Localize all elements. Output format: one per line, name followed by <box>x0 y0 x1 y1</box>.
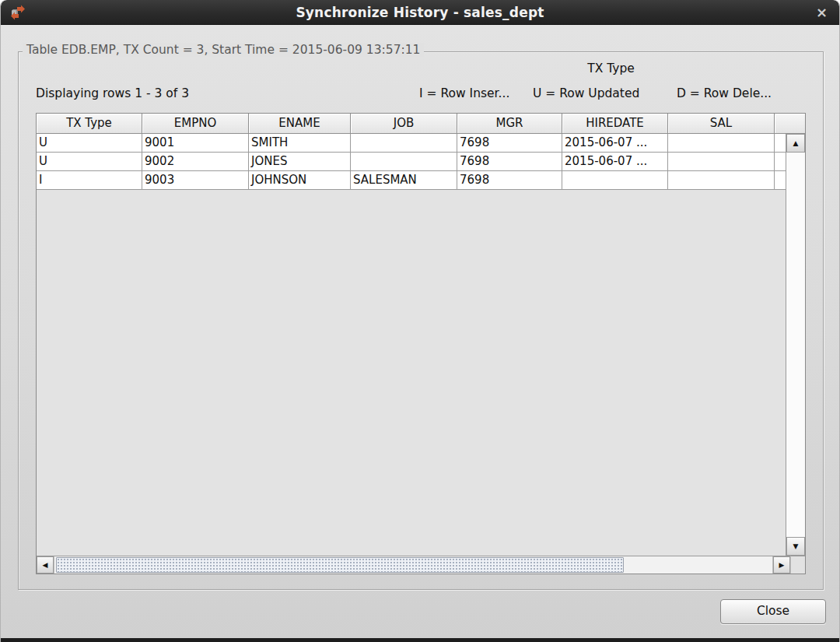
scroll-right-button[interactable]: ▶ <box>773 556 790 574</box>
column-header-sal[interactable]: SAL <box>668 114 775 134</box>
titlebar[interactable]: Synchronize History - sales_dept × <box>1 0 839 25</box>
close-icon[interactable]: × <box>816 4 828 21</box>
cell-tx-type[interactable]: U <box>37 134 142 153</box>
cell-job[interactable] <box>351 153 457 171</box>
column-header-empno[interactable]: EMPNO <box>142 114 249 134</box>
scroll-up-button[interactable]: ▲ <box>786 134 805 153</box>
table-header-row: TX Type EMPNO ENAME JOB MGR HIREDATE SAL <box>37 114 805 134</box>
cell-ename[interactable]: JONES <box>249 153 351 171</box>
cell-ename[interactable]: SMITH <box>249 134 351 153</box>
cell-filler <box>775 171 786 190</box>
triangle-right-icon: ▶ <box>779 562 785 569</box>
sync-history-groupbox: Table EDB.EMP, TX Count = 3, Start Time … <box>18 51 824 590</box>
cell-sal[interactable] <box>668 171 775 190</box>
cell-hiredate[interactable]: 2015-06-07 ... <box>562 134 668 153</box>
table-body: U 9001 SMITH 7698 2015-06-07 ... U 9002 … <box>37 134 786 556</box>
dialog-window: Synchronize History - sales_dept × Table… <box>0 0 840 642</box>
vertical-scroll-track[interactable] <box>786 153 805 537</box>
cell-tx-type[interactable]: U <box>37 153 142 171</box>
cell-filler <box>775 153 786 171</box>
row-count-status: Displaying rows 1 - 3 of 3 <box>36 86 189 100</box>
cell-sal[interactable] <box>668 153 775 171</box>
history-table: TX Type EMPNO ENAME JOB MGR HIREDATE SAL… <box>36 113 806 574</box>
scrollbar-corner <box>790 556 805 574</box>
column-header-job[interactable]: JOB <box>351 114 457 134</box>
table-row[interactable]: U 9002 JONES 7698 2015-06-07 ... <box>37 153 786 171</box>
cell-mgr[interactable]: 7698 <box>457 171 562 190</box>
table-row[interactable]: I 9003 JOHNSON SALESMAN 7698 <box>37 171 786 190</box>
groupbox-title: Table EDB.EMP, TX Count = 3, Start Time … <box>23 43 424 57</box>
scroll-down-button[interactable]: ▼ <box>786 537 805 556</box>
cell-tx-type[interactable]: I <box>37 171 142 190</box>
legend-delete: D = Row Dele... <box>677 86 772 100</box>
triangle-left-icon: ◀ <box>43 562 48 569</box>
window-title: Synchronize History - sales_dept <box>1 5 839 20</box>
cell-ename[interactable]: JOHNSON <box>249 171 351 190</box>
column-header-filler <box>775 114 805 134</box>
cell-sal[interactable] <box>668 134 775 153</box>
cell-empno[interactable]: 9003 <box>142 171 249 190</box>
cell-hiredate[interactable] <box>562 171 668 190</box>
column-header-tx-type[interactable]: TX Type <box>37 114 142 134</box>
horizontal-scrollbar[interactable]: ◀ ▶ <box>37 556 790 574</box>
cell-mgr[interactable]: 7698 <box>457 134 562 153</box>
table-row[interactable]: U 9001 SMITH 7698 2015-06-07 ... <box>37 134 786 153</box>
triangle-up-icon: ▲ <box>793 140 799 147</box>
tx-type-legend-header: TX Type <box>562 61 660 75</box>
horizontal-scroll-thumb[interactable] <box>56 557 624 573</box>
cell-mgr[interactable]: 7698 <box>457 153 562 171</box>
scroll-left-button[interactable]: ◀ <box>37 556 54 574</box>
dialog-body: Table EDB.EMP, TX Count = 3, Start Time … <box>1 25 839 638</box>
cell-job[interactable]: SALESMAN <box>351 171 457 190</box>
legend-insert: I = Row Inser... <box>419 86 509 100</box>
column-header-ename[interactable]: ENAME <box>249 114 351 134</box>
vertical-scrollbar[interactable]: ▲ ▼ <box>786 134 805 556</box>
cell-filler <box>775 134 786 153</box>
cell-job[interactable] <box>351 134 457 153</box>
cell-empno[interactable]: 9001 <box>142 134 249 153</box>
horizontal-scroll-track[interactable] <box>54 556 773 574</box>
window-bottom-border <box>1 638 839 642</box>
triangle-down-icon: ▼ <box>793 543 799 550</box>
column-header-mgr[interactable]: MGR <box>457 114 562 134</box>
close-button[interactable]: Close <box>720 599 826 624</box>
legend-update: U = Row Updated <box>533 86 639 100</box>
cell-empno[interactable]: 9002 <box>142 153 249 171</box>
cell-hiredate[interactable]: 2015-06-07 ... <box>562 153 668 171</box>
column-header-hiredate[interactable]: HIREDATE <box>562 114 668 134</box>
